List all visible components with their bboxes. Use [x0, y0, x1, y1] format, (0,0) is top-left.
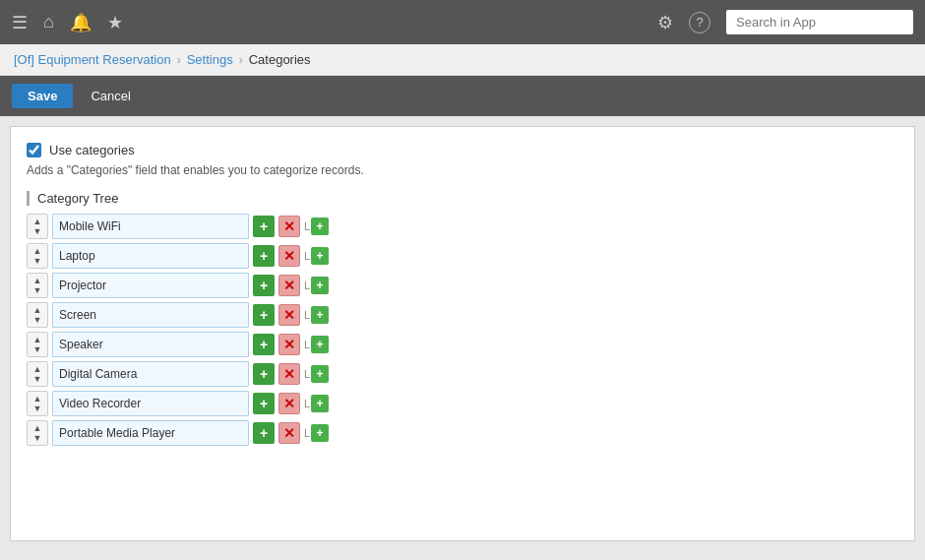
- sort-handle[interactable]: ▲ ▼: [27, 302, 48, 328]
- breadcrumb-sep-1: ›: [177, 53, 181, 67]
- arrow-up-icon: ▲: [33, 424, 42, 433]
- arrow-down-icon: ▼: [33, 286, 42, 295]
- breadcrumb-equipment-reservation[interactable]: [Of] Equipment Reservation: [14, 52, 171, 67]
- arrow-down-icon: ▼: [33, 316, 42, 325]
- category-name-input[interactable]: [52, 273, 249, 298]
- arrow-up-icon: ▲: [33, 336, 42, 344]
- arrow-up-icon: ▲: [33, 306, 42, 315]
- arrow-up-icon: ▲: [33, 277, 42, 285]
- add-subcategory-button[interactable]: L +: [304, 218, 329, 235]
- add-category-button[interactable]: +: [253, 216, 275, 237]
- category-tree-header: Category Tree: [27, 191, 898, 206]
- sub-indent-icon: L: [304, 427, 310, 439]
- help-icon[interactable]: ?: [689, 12, 710, 33]
- category-name-input[interactable]: [52, 302, 249, 328]
- add-subcategory-button[interactable]: L +: [304, 395, 329, 412]
- add-category-button[interactable]: +: [253, 363, 275, 385]
- remove-category-button[interactable]: ✕: [278, 245, 300, 267]
- sub-indent-icon: L: [304, 250, 310, 262]
- add-category-button[interactable]: +: [253, 245, 275, 267]
- category-row: ▲ ▼ + ✕ L +: [27, 361, 898, 387]
- category-row: ▲ ▼ + ✕ L +: [27, 214, 898, 239]
- sub-indent-icon: L: [304, 398, 310, 409]
- save-button[interactable]: Save: [12, 84, 73, 108]
- breadcrumb-categories: Categories: [249, 52, 311, 67]
- add-subcategory-button[interactable]: L +: [304, 336, 329, 353]
- sort-handle[interactable]: ▲ ▼: [27, 332, 48, 357]
- sort-handle[interactable]: ▲ ▼: [27, 214, 48, 239]
- home-icon[interactable]: ⌂: [43, 12, 54, 32]
- sub-plus-icon: +: [311, 247, 329, 265]
- category-row: ▲ ▼ + ✕ L +: [27, 420, 898, 446]
- add-category-button[interactable]: +: [253, 334, 275, 355]
- bell-icon[interactable]: 🔔: [70, 12, 92, 33]
- arrow-down-icon: ▼: [33, 345, 42, 354]
- add-category-button[interactable]: +: [253, 393, 275, 414]
- remove-category-button[interactable]: ✕: [278, 422, 300, 444]
- sub-indent-icon: L: [304, 339, 310, 350]
- use-categories-checkbox[interactable]: [27, 143, 41, 157]
- sub-plus-icon: +: [311, 365, 329, 383]
- sub-indent-icon: L: [304, 368, 310, 380]
- remove-category-button[interactable]: ✕: [278, 334, 300, 355]
- arrow-down-icon: ▼: [33, 227, 42, 236]
- category-name-input[interactable]: [52, 214, 249, 239]
- sort-handle[interactable]: ▲ ▼: [27, 361, 48, 387]
- category-name-input[interactable]: [52, 361, 249, 387]
- sort-handle[interactable]: ▲ ▼: [27, 391, 48, 416]
- arrow-down-icon: ▼: [33, 404, 42, 413]
- category-row: ▲ ▼ + ✕ L +: [27, 391, 898, 416]
- sub-plus-icon: +: [311, 395, 329, 412]
- use-categories-row: Use categories: [27, 143, 898, 157]
- category-name-input[interactable]: [52, 420, 249, 446]
- add-subcategory-button[interactable]: L +: [304, 424, 329, 442]
- category-row: ▲ ▼ + ✕ L +: [27, 273, 898, 298]
- sub-plus-icon: +: [311, 277, 329, 294]
- sub-indent-icon: L: [304, 309, 310, 321]
- remove-category-button[interactable]: ✕: [278, 216, 300, 237]
- search-input[interactable]: [726, 10, 913, 34]
- add-category-button[interactable]: +: [253, 422, 275, 444]
- arrow-up-icon: ▲: [33, 247, 42, 256]
- menu-icon[interactable]: ☰: [12, 12, 28, 33]
- top-nav: ☰ ⌂ 🔔 ★ ⚙ ?: [0, 0, 925, 44]
- category-list: ▲ ▼ + ✕ L + ▲ ▼ + ✕ L + ▲ ▼ + ✕ L +: [27, 214, 898, 446]
- category-name-input[interactable]: [52, 332, 249, 357]
- toolbar: Save Cancel: [0, 76, 925, 116]
- category-name-input[interactable]: [52, 243, 249, 269]
- add-category-button[interactable]: +: [253, 275, 275, 296]
- nav-right-icons: ⚙ ?: [657, 12, 710, 33]
- arrow-down-icon: ▼: [33, 375, 42, 384]
- sort-handle[interactable]: ▲ ▼: [27, 273, 48, 298]
- sort-handle[interactable]: ▲ ▼: [27, 243, 48, 269]
- sub-plus-icon: +: [311, 306, 329, 324]
- arrow-up-icon: ▲: [33, 365, 42, 374]
- sub-plus-icon: +: [311, 218, 329, 235]
- arrow-down-icon: ▼: [33, 434, 42, 443]
- category-row: ▲ ▼ + ✕ L +: [27, 332, 898, 357]
- add-subcategory-button[interactable]: L +: [304, 306, 329, 324]
- use-categories-desc: Adds a "Categories" field that enables y…: [27, 163, 898, 177]
- gear-icon[interactable]: ⚙: [657, 12, 673, 33]
- add-subcategory-button[interactable]: L +: [304, 247, 329, 265]
- cancel-button[interactable]: Cancel: [81, 84, 140, 108]
- sub-indent-icon: L: [304, 220, 310, 232]
- remove-category-button[interactable]: ✕: [278, 363, 300, 385]
- use-categories-label: Use categories: [49, 143, 135, 157]
- add-subcategory-button[interactable]: L +: [304, 277, 329, 294]
- category-row: ▲ ▼ + ✕ L +: [27, 302, 898, 328]
- breadcrumb-sep-2: ›: [239, 53, 243, 67]
- add-category-button[interactable]: +: [253, 304, 275, 326]
- remove-category-button[interactable]: ✕: [278, 275, 300, 296]
- sub-plus-icon: +: [311, 424, 329, 442]
- breadcrumb: [Of] Equipment Reservation › Settings › …: [0, 44, 925, 76]
- sub-plus-icon: +: [311, 336, 329, 353]
- category-row: ▲ ▼ + ✕ L +: [27, 243, 898, 269]
- category-name-input[interactable]: [52, 391, 249, 416]
- breadcrumb-settings[interactable]: Settings: [187, 52, 233, 67]
- star-icon[interactable]: ★: [107, 12, 123, 33]
- add-subcategory-button[interactable]: L +: [304, 365, 329, 383]
- remove-category-button[interactable]: ✕: [278, 393, 300, 414]
- remove-category-button[interactable]: ✕: [278, 304, 300, 326]
- sort-handle[interactable]: ▲ ▼: [27, 420, 48, 446]
